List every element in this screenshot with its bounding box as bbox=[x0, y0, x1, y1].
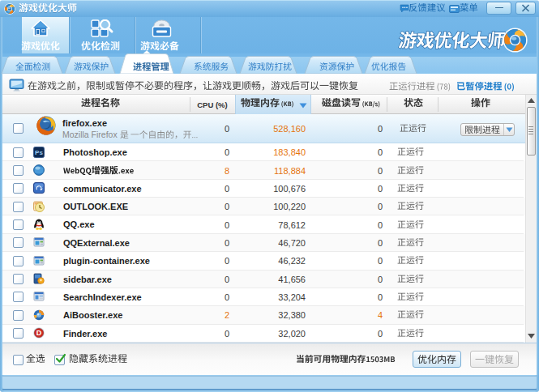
svg-text:D: D bbox=[36, 329, 42, 337]
svg-text:Ps: Ps bbox=[35, 149, 43, 156]
